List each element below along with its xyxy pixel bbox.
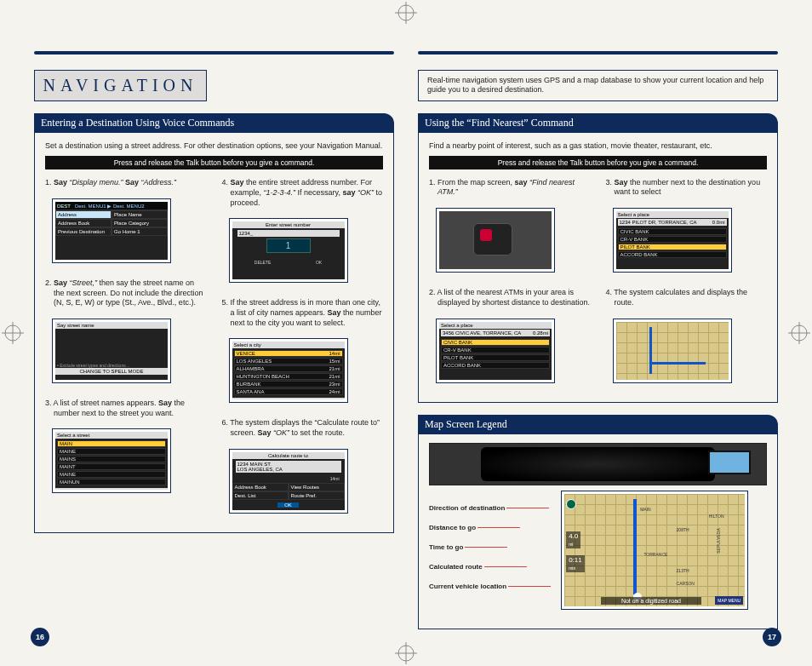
- top-rule: [418, 51, 778, 55]
- section-map-legend: Map Screen Legend Direction of destinati…: [418, 415, 778, 629]
- step-6: 6. The system displays the “Calculate ro…: [231, 418, 384, 438]
- col-right: 4. Say the entire street address number.…: [222, 178, 384, 520]
- step-3: 3. A list of street names appears. Say t…: [54, 399, 207, 418]
- description-box: Real-time navigation system uses GPS and…: [418, 70, 778, 101]
- section-heading: Entering a Destination Using Voice Comma…: [34, 113, 394, 133]
- legend-distance: Distance to go: [429, 524, 551, 531]
- title-box: NAVIGATION: [34, 70, 207, 101]
- screenshot-talk-button: [436, 208, 555, 273]
- section-find-nearest: Using the “Find Nearest” Command Find a …: [418, 113, 778, 403]
- screenshot-atm-select: Select a place 1234 PILOT DR, TORRANCE, …: [613, 208, 732, 273]
- section-entering-destination: Entering a Destination Using Voice Comma…: [34, 113, 394, 533]
- step-4: 4. Say the entire street address number.…: [231, 178, 384, 208]
- screenshot-say-street: Say street name • Exclude street types a…: [52, 319, 171, 383]
- col-left: 1. From the map screen, say “Find neares…: [429, 178, 591, 390]
- talk-hint-bar: Press and release the Talk button before…: [429, 156, 767, 169]
- screenshot-map-legend: 4.0mi 0:11min MAIN 208TH TORRANCE 213TH …: [561, 491, 748, 610]
- legend-current: Current vehicle location: [429, 583, 551, 590]
- legend-direction: Direction of destination: [429, 504, 551, 512]
- legend-time: Time to go: [429, 543, 551, 551]
- step-2: 2. A list of the nearest ATMs in your ar…: [437, 288, 591, 307]
- crop-mark-left: [2, 322, 24, 344]
- page-number-right: 17: [763, 628, 781, 646]
- top-rule: [34, 51, 394, 55]
- section-body: Set a destination using a street address…: [34, 133, 394, 533]
- section-body: Find a nearby point of interest, such as…: [418, 133, 778, 403]
- crop-mark-right: [788, 322, 810, 344]
- step-5: 5. If the street address is in more than…: [231, 298, 384, 328]
- legend-labels: Direction of destination Distance to go …: [429, 489, 551, 617]
- steps-columns: 1. From the map screen, say “Find neares…: [429, 178, 767, 390]
- step-1: 1. Say “Display menu.” Say “Address.”: [54, 178, 207, 188]
- intro-text: Set a destination using a street address…: [45, 141, 383, 151]
- step-4: 4. The system calculates and displays th…: [615, 288, 768, 307]
- title-row: NAVIGATION: [34, 70, 394, 101]
- page-left: NAVIGATION Entering a Destination Using …: [34, 51, 394, 629]
- screenshot-calc-route: Calculate route to 1234 MAIN ST. LOS ANG…: [229, 449, 348, 514]
- screenshot-select-street: Select a street MAIN MAINE MAINS MAINT M…: [52, 428, 171, 493]
- col-left: 1. Say “Display menu.” Say “Address.” DE…: [45, 178, 207, 520]
- section-body: Direction of destination Distance to go …: [418, 434, 778, 629]
- crop-mark-top: [395, 2, 417, 24]
- car-interior-image: [429, 443, 767, 485]
- screenshot-select-city: Select a city VENICE14mi LOS ANGELES15mi…: [229, 338, 348, 403]
- screenshot-route-map: [613, 319, 732, 383]
- spread: NAVIGATION Entering a Destination Using …: [0, 0, 812, 646]
- intro-text: Find a nearby point of interest, such as…: [429, 141, 767, 151]
- step-3: 3. Say the number next to the destinatio…: [615, 178, 768, 198]
- screenshot-atm-list: Select a place 3456 CIVIC AVE, TORRANCE,…: [436, 319, 555, 383]
- step-2: 2. Say “Street,” then say the street nam…: [54, 278, 207, 308]
- legend-row: Direction of destination Distance to go …: [429, 489, 767, 617]
- step-1: 1. From the map screen, say “Find neares…: [437, 178, 591, 198]
- page-number-left: 16: [31, 628, 49, 646]
- section-heading: Using the “Find Nearest” Command: [418, 113, 778, 133]
- steps-columns: 1. Say “Display menu.” Say “Address.” DE…: [45, 178, 383, 520]
- legend-route: Calculated route: [429, 563, 551, 571]
- page-right: Real-time navigation system uses GPS and…: [418, 51, 778, 629]
- talk-hint-bar: Press and release the Talk button before…: [45, 156, 383, 169]
- screenshot-dest-menu: DEST Dest. MENU1 ▶ Dest. MENU2 AddressPl…: [52, 198, 171, 263]
- title-text: NAVIGATION: [43, 76, 198, 95]
- col-right: 3. Say the number next to the destinatio…: [606, 178, 768, 390]
- crop-mark-bottom: [395, 642, 417, 664]
- section-heading: Map Screen Legend: [418, 415, 778, 434]
- screenshot-street-number: Enter street number 1234_ 1 DELETEOK: [229, 218, 348, 283]
